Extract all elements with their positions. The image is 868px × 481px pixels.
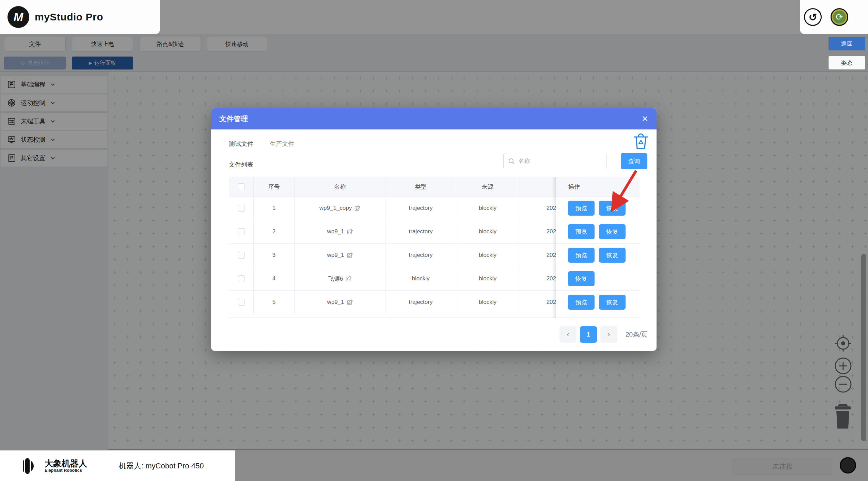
edit-icon[interactable] bbox=[347, 252, 353, 258]
row-checkbox[interactable] bbox=[238, 275, 245, 282]
brand-name-en: Elephant Robotics bbox=[45, 468, 87, 473]
row-checkbox[interactable] bbox=[238, 252, 245, 259]
brand-text: 大象机器人 Elephant Robotics bbox=[45, 459, 87, 473]
col-operations: 操作 bbox=[556, 177, 640, 197]
cell-source: blockly bbox=[456, 220, 519, 243]
file-name: wp9_1 bbox=[327, 299, 344, 306]
search-input[interactable] bbox=[518, 158, 600, 165]
brand-header: M myStudio Pro bbox=[0, 0, 160, 34]
preview-button[interactable]: 预览 bbox=[568, 248, 595, 263]
file-table: 序号 名称 类型 来源 1 wp9_1_copy trajectory bloc… bbox=[229, 177, 640, 318]
restore-button[interactable]: 恢复 bbox=[568, 271, 595, 286]
fixed-column-shadow bbox=[552, 177, 556, 318]
row-checkbox[interactable] bbox=[238, 299, 245, 306]
prev-page-button[interactable]: ‹ bbox=[559, 326, 577, 343]
file-manager-dialog: 文件管理 ✕ 测试文件 生产文件 文件列表 查询 序号 名称 bbox=[211, 108, 657, 351]
dialog-tabs: 测试文件 生产文件 bbox=[229, 140, 294, 148]
file-name: wp9_1 bbox=[327, 252, 344, 259]
app-title: myStudio Pro bbox=[35, 11, 103, 23]
col-type: 类型 bbox=[385, 177, 456, 196]
page-size-label: 20条/页 bbox=[626, 330, 647, 339]
refresh-icon: ⟳ bbox=[836, 12, 843, 22]
tab-production-files[interactable]: 生产文件 bbox=[270, 140, 294, 148]
cell-date: 202 bbox=[519, 267, 556, 290]
app-logo-icon: M bbox=[7, 6, 29, 28]
robot-name-label: 机器人: myCobot Pro 450 bbox=[119, 461, 204, 471]
restore-button[interactable]: 恢复 bbox=[599, 295, 626, 310]
cell-name: 飞镖6 bbox=[295, 267, 385, 290]
col-source: 来源 bbox=[456, 177, 519, 196]
trash-recycle-icon bbox=[633, 132, 649, 150]
preview-button[interactable]: 预览 bbox=[568, 201, 595, 216]
header-actions: ↺ ⟳ bbox=[800, 0, 868, 34]
restore-button[interactable]: 恢复 bbox=[599, 248, 626, 263]
cell-index: 3 bbox=[254, 244, 295, 267]
preview-button[interactable]: 预览 bbox=[568, 295, 595, 310]
cell-index: 4 bbox=[254, 267, 295, 290]
cell-type: trajectory bbox=[385, 291, 456, 314]
brand-name-cn: 大象机器人 bbox=[45, 459, 87, 468]
app-screen: 文件 快速上电 路点&轨迹 快速移动 ⊙ 单步执行 ▶ 运行面板 基础编程 运动… bbox=[0, 0, 868, 481]
current-page-button[interactable]: 1 bbox=[580, 326, 597, 343]
cell-date: 202 bbox=[519, 220, 556, 243]
search-box bbox=[503, 153, 607, 169]
dialog-header: 文件管理 ✕ bbox=[211, 108, 657, 129]
restore-button[interactable]: 恢复 bbox=[599, 224, 626, 239]
row-actions: 恢复 bbox=[556, 267, 640, 291]
edit-icon[interactable] bbox=[354, 205, 360, 211]
cell-source: blockly bbox=[456, 197, 519, 220]
cell-type: trajectory bbox=[385, 220, 456, 243]
edit-icon[interactable] bbox=[346, 276, 351, 282]
query-button[interactable]: 查询 bbox=[621, 153, 647, 169]
restore-button[interactable]: 恢复 bbox=[599, 201, 626, 216]
undo-button[interactable]: ↺ bbox=[804, 8, 822, 26]
search-icon bbox=[508, 158, 515, 165]
row-actions: 预览 恢复 bbox=[556, 291, 640, 314]
cell-index: 5 bbox=[254, 291, 295, 314]
partial-row bbox=[556, 314, 640, 318]
cell-index: 1 bbox=[254, 197, 295, 220]
cell-date: 202 bbox=[519, 244, 556, 267]
tab-test-files[interactable]: 测试文件 bbox=[229, 140, 253, 148]
cell-source: blockly bbox=[456, 267, 519, 290]
row-checkbox[interactable] bbox=[238, 205, 245, 212]
dialog-title: 文件管理 bbox=[219, 114, 248, 124]
cell-type: blockly bbox=[385, 267, 456, 290]
next-page-button[interactable]: › bbox=[600, 326, 617, 343]
cell-name: wp9_1 bbox=[295, 291, 385, 314]
cell-type: trajectory bbox=[385, 244, 456, 267]
select-all-checkbox[interactable] bbox=[238, 183, 245, 190]
cell-index: 2 bbox=[254, 220, 295, 243]
cell-name: wp9_1_copy bbox=[295, 197, 385, 220]
edit-icon[interactable] bbox=[347, 299, 353, 305]
operations-column: 操作 预览 恢复 预览 恢复 预览 恢复 恢复 预览 恢复 bbox=[556, 177, 640, 318]
col-index: 序号 bbox=[254, 177, 295, 196]
edit-icon[interactable] bbox=[347, 229, 353, 235]
back-button[interactable]: 返回 bbox=[828, 37, 865, 50]
file-name: wp9_1_copy bbox=[319, 205, 352, 212]
close-icon[interactable]: ✕ bbox=[642, 115, 648, 123]
cell-name: wp9_1 bbox=[295, 244, 385, 267]
preview-button[interactable]: 预览 bbox=[568, 224, 595, 239]
pagination: ‹ 1 › 20条/页 bbox=[559, 326, 647, 343]
col-name: 名称 bbox=[295, 177, 385, 196]
dialog-trash-button[interactable] bbox=[633, 132, 649, 150]
row-checkbox[interactable] bbox=[238, 228, 245, 235]
cell-date: 202 bbox=[519, 291, 556, 314]
file-name: 飞镖6 bbox=[328, 275, 343, 283]
undo-icon: ↺ bbox=[808, 11, 817, 23]
power-refresh-button[interactable]: ⟳ bbox=[831, 8, 848, 26]
cell-source: blockly bbox=[456, 244, 519, 267]
row-actions: 预览 恢复 bbox=[556, 220, 640, 244]
robot-status-card: 大象机器人 Elephant Robotics 机器人: myCobot Pro… bbox=[0, 450, 235, 481]
cell-source: blockly bbox=[456, 291, 519, 314]
elephant-logo-icon bbox=[19, 456, 38, 476]
cell-type: trajectory bbox=[385, 197, 456, 220]
col-date bbox=[519, 177, 556, 196]
file-name: wp9_1 bbox=[327, 228, 344, 235]
pose-button[interactable]: 姿态 bbox=[828, 56, 865, 69]
file-list-title: 文件列表 bbox=[229, 160, 253, 169]
row-actions: 预览 恢复 bbox=[556, 244, 640, 267]
cell-date: 202 bbox=[519, 197, 556, 220]
cell-name: wp9_1 bbox=[295, 220, 385, 243]
